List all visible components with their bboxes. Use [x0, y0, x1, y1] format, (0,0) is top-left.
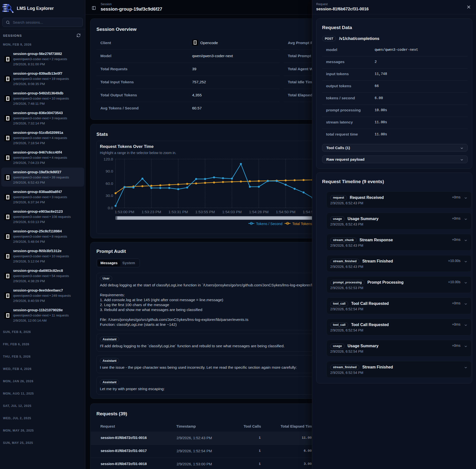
- svg-text:1:53:31 PM: 1:53:31 PM: [168, 210, 188, 214]
- svg-text:1:53:55 PM: 1:53:55 PM: [195, 210, 215, 214]
- svg-text:1:54:50 PM: 1:54:50 PM: [276, 210, 295, 214]
- svg-text:120.0: 120.0: [104, 157, 113, 161]
- svg-text:Tokens / Second: Tokens / Second: [256, 222, 282, 226]
- svg-text:1:54:28 PM: 1:54:28 PM: [249, 210, 269, 214]
- svg-text:90.0: 90.0: [106, 169, 113, 173]
- svg-text:60.0: 60.0: [106, 181, 113, 186]
- svg-text:Total Tokens: Total Tokens: [292, 222, 312, 226]
- svg-text:0.0: 0.0: [108, 206, 113, 210]
- svg-text:30.0: 30.0: [106, 193, 113, 198]
- svg-text:1:53:00 PM: 1:53:00 PM: [115, 210, 134, 214]
- svg-text:1:53:23 PM: 1:53:23 PM: [142, 210, 161, 214]
- svg-text:1:54:03 PM: 1:54:03 PM: [222, 210, 242, 214]
